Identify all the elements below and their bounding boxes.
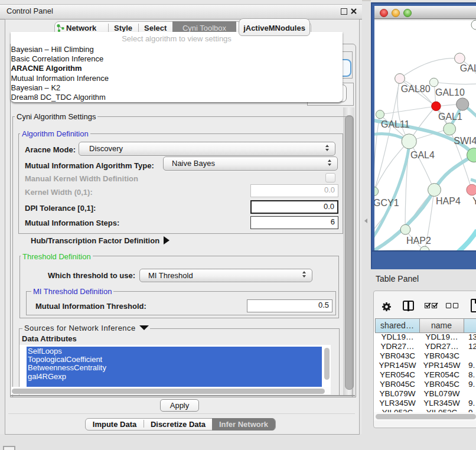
- svg-text:GAL4: GAL4: [410, 150, 435, 160]
- svg-text:GCY1: GCY1: [374, 198, 399, 208]
- svg-text:GAL11: GAL11: [381, 119, 410, 129]
- svg-text:GAL7: GAL7: [460, 63, 476, 73]
- svg-text:HAP4: HAP4: [436, 196, 461, 206]
- svg-text:GAL10: GAL10: [435, 87, 465, 97]
- svg-text:SWI4: SWI4: [454, 136, 476, 146]
- svg-text:Y: Y: [472, 196, 476, 206]
- svg-text:GAL1: GAL1: [438, 112, 462, 122]
- svg-text:GAL80: GAL80: [401, 84, 431, 94]
- svg-text:HAP2: HAP2: [406, 236, 431, 246]
